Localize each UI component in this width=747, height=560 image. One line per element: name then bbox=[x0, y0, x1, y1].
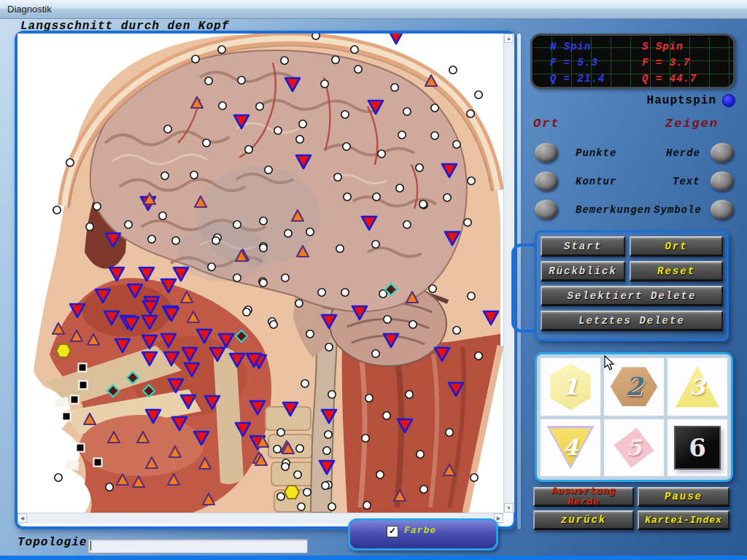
marker-white-dot[interactable] bbox=[376, 471, 384, 478]
marker-white-dot[interactable] bbox=[295, 300, 303, 307]
marker-white-dot[interactable] bbox=[468, 292, 475, 300]
topologie-input[interactable] bbox=[88, 539, 308, 553]
marker-black-square[interactable] bbox=[77, 444, 85, 452]
marker-white-dot[interactable] bbox=[365, 394, 373, 402]
marker-yellow-hexagon[interactable] bbox=[285, 486, 299, 499]
symbol-cell-4[interactable]: 4 bbox=[540, 419, 601, 478]
radio-kontur[interactable] bbox=[535, 171, 558, 191]
marker-white-dot[interactable] bbox=[233, 274, 241, 281]
marker-black-square[interactable] bbox=[79, 364, 87, 372]
marker-white-dot[interactable] bbox=[285, 230, 292, 237]
marker-white-dot[interactable] bbox=[301, 380, 309, 387]
marker-white-dot[interactable] bbox=[429, 285, 436, 292]
marker-white-dot[interactable] bbox=[212, 237, 220, 244]
marker-white-dot[interactable] bbox=[341, 111, 349, 118]
marker-white-dot[interactable] bbox=[453, 327, 460, 334]
marker-white-dot[interactable] bbox=[321, 80, 328, 88]
farbe-checkbox[interactable]: ✓ bbox=[387, 526, 398, 537]
marker-white-dot[interactable] bbox=[444, 194, 451, 201]
marker-white-dot[interactable] bbox=[294, 471, 301, 478]
marker-white-dot[interactable] bbox=[325, 343, 333, 351]
marker-white-dot[interactable] bbox=[260, 279, 267, 287]
marker-white-dot[interactable] bbox=[172, 237, 179, 244]
marker-white-dot[interactable] bbox=[306, 228, 314, 236]
marker-white-dot[interactable] bbox=[398, 131, 406, 139]
marker-white-dot[interactable] bbox=[245, 146, 252, 153]
marker-white-dot[interactable] bbox=[256, 103, 263, 110]
marker-white-dot[interactable] bbox=[277, 429, 285, 436]
marker-white-dot[interactable] bbox=[379, 290, 387, 298]
marker-white-dot[interactable] bbox=[334, 174, 341, 181]
marker-white-dot[interactable] bbox=[318, 289, 325, 296]
symbol-cell-3[interactable]: 3 bbox=[667, 357, 728, 416]
marker-white-dot[interactable] bbox=[403, 221, 411, 228]
reset-button[interactable]: Reset bbox=[630, 261, 723, 281]
marker-white-dot[interactable] bbox=[464, 219, 471, 226]
marker-white-dot[interactable] bbox=[419, 201, 427, 208]
marker-white-dot[interactable] bbox=[270, 321, 277, 328]
scroll-down-icon[interactable]: ▼ bbox=[504, 503, 514, 513]
marker-white-dot[interactable] bbox=[106, 483, 113, 491]
marker-white-dot[interactable] bbox=[355, 66, 362, 73]
marker-white-dot[interactable] bbox=[161, 172, 169, 179]
symbol-cell-6[interactable]: 6 bbox=[667, 419, 728, 478]
marker-white-dot[interactable] bbox=[406, 391, 413, 398]
marker-white-dot[interactable] bbox=[260, 217, 267, 225]
marker-white-dot[interactable] bbox=[66, 159, 74, 166]
marker-white-dot[interactable] bbox=[475, 91, 482, 98]
zurueck-button[interactable]: zurück bbox=[533, 510, 634, 530]
radio-herde[interactable] bbox=[711, 143, 734, 163]
radio-bemerkungen[interactable] bbox=[535, 200, 558, 219]
marker-white-dot[interactable] bbox=[299, 120, 306, 128]
marker-white-dot[interactable] bbox=[274, 446, 281, 453]
marker-white-dot[interactable] bbox=[431, 132, 438, 139]
marker-white-dot[interactable] bbox=[93, 203, 101, 210]
marker-white-dot[interactable] bbox=[53, 206, 61, 214]
marker-white-dot[interactable] bbox=[243, 308, 250, 316]
marker-white-dot[interactable] bbox=[303, 489, 311, 496]
marker-black-square[interactable] bbox=[63, 413, 71, 421]
auswertung-herde-button[interactable]: Auswertung Herde bbox=[533, 487, 634, 507]
marker-white-dot[interactable] bbox=[417, 451, 424, 458]
marker-white-dot[interactable] bbox=[265, 166, 272, 174]
marker-white-dot[interactable] bbox=[372, 350, 379, 357]
marker-white-dot[interactable] bbox=[306, 330, 314, 338]
marker-white-dot[interactable] bbox=[296, 445, 303, 452]
marker-white-dot[interactable] bbox=[238, 77, 245, 84]
scroll-up-icon[interactable]: ▲ bbox=[504, 34, 514, 43]
marker-white-dot[interactable] bbox=[453, 141, 460, 148]
marker-black-square[interactable] bbox=[80, 381, 88, 389]
marker-white-dot[interactable] bbox=[190, 171, 198, 179]
marker-white-dot[interactable] bbox=[403, 108, 411, 115]
marker-white-dot[interactable] bbox=[416, 164, 423, 171]
rueckblick-button[interactable]: Rückblick bbox=[541, 261, 625, 281]
marker-white-dot[interactable] bbox=[323, 447, 330, 454]
marker-white-dot[interactable] bbox=[203, 139, 210, 147]
marker-white-dot[interactable] bbox=[55, 474, 62, 481]
marker-white-dot[interactable] bbox=[467, 110, 474, 117]
marker-white-dot[interactable] bbox=[332, 56, 339, 63]
marker-white-dot[interactable] bbox=[322, 482, 329, 489]
marker-white-dot[interactable] bbox=[274, 127, 282, 134]
marker-white-dot[interactable] bbox=[373, 193, 380, 201]
marker-white-dot[interactable] bbox=[351, 46, 358, 53]
title-bar[interactable]: Diagnostik bbox=[0, 0, 747, 19]
marker-white-dot[interactable] bbox=[281, 57, 288, 64]
marker-white-dot[interactable] bbox=[282, 274, 289, 281]
hauptspin-indicator-dot[interactable] bbox=[722, 94, 735, 107]
marker-white-dot[interactable] bbox=[383, 412, 390, 419]
marker-white-dot[interactable] bbox=[312, 34, 320, 39]
marker-white-dot[interactable] bbox=[218, 46, 225, 53]
selektiert-delete-button[interactable]: Selektiert Delete bbox=[541, 286, 723, 306]
marker-white-dot[interactable] bbox=[277, 493, 285, 500]
marker-white-dot[interactable] bbox=[336, 245, 344, 252]
marker-white-dot[interactable] bbox=[159, 212, 166, 219]
marker-white-dot[interactable] bbox=[468, 177, 475, 184]
marker-white-dot[interactable] bbox=[343, 143, 350, 150]
marker-white-dot[interactable] bbox=[420, 486, 427, 493]
marker-white-dot[interactable] bbox=[328, 391, 336, 398]
pause-button[interactable]: Pause bbox=[638, 487, 729, 507]
marker-white-dot[interactable] bbox=[449, 66, 457, 74]
marker-yellow-hexagon[interactable] bbox=[56, 344, 71, 357]
radio-punkte[interactable] bbox=[535, 143, 558, 163]
